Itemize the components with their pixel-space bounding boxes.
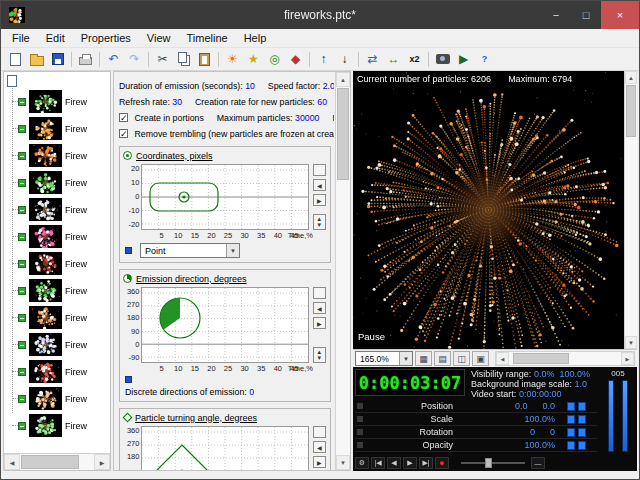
select-key-button[interactable]	[313, 164, 326, 176]
refresh-rate-value[interactable]: 30	[172, 97, 182, 107]
row-expand-icon[interactable]	[357, 416, 363, 422]
speed-factor-value[interactable]: 2.0	[323, 81, 334, 91]
prev-key-button[interactable]: ◀	[313, 441, 326, 453]
range-slider[interactable]	[622, 380, 628, 452]
scroll-right-icon[interactable]: ▶	[94, 454, 110, 470]
skip-start-button[interactable]: |◀	[371, 457, 385, 469]
row-expand-icon[interactable]	[357, 429, 363, 435]
turning-angle-plot[interactable]	[141, 426, 309, 470]
firework-list-item[interactable]: Firew	[4, 304, 110, 331]
group-title[interactable]: Particle turning angle, degrees	[135, 413, 257, 423]
scrollbar-track[interactable]	[336, 87, 350, 455]
timeline-row-position[interactable]: Position0.0 0.0	[355, 400, 597, 413]
tree-expand-icon[interactable]	[18, 206, 26, 214]
spark-button[interactable]: ★	[243, 49, 264, 69]
scrollbar-track[interactable]	[509, 352, 621, 365]
scroll-up-icon[interactable]: ▲	[625, 71, 637, 84]
firework-list-item[interactable]: Firew	[4, 142, 110, 169]
row-slider[interactable]	[578, 428, 586, 437]
collapse-button[interactable]: —	[531, 457, 545, 469]
tree-expand-icon[interactable]	[18, 341, 26, 349]
firework-list-item[interactable]: Firew	[4, 385, 110, 412]
tree-expand-icon[interactable]	[18, 368, 26, 376]
tree-root-node[interactable]	[4, 74, 110, 88]
new-button[interactable]	[5, 49, 26, 69]
play-button[interactable]: ▶	[403, 457, 417, 469]
scrollbar-track[interactable]	[20, 454, 94, 470]
scroll-up-icon[interactable]: ▲	[336, 72, 350, 87]
color-swatch[interactable]	[125, 247, 132, 254]
menu-item-help[interactable]: Help	[236, 30, 275, 46]
firework-thumbnail[interactable]	[29, 225, 62, 248]
preview-vertical-scrollbar[interactable]: ▲ ▼	[624, 71, 637, 349]
timeline-row-scale[interactable]: Scale100.0%	[355, 413, 597, 426]
firework-list-item[interactable]: Firew	[4, 169, 110, 196]
prev-key-button[interactable]: ◀	[313, 179, 326, 191]
menu-item-edit[interactable]: Edit	[38, 30, 73, 46]
help-button[interactable]: ?	[474, 49, 495, 69]
firework-thumbnail[interactable]	[29, 117, 62, 140]
playback-slider[interactable]	[461, 458, 525, 468]
creation-rate-value[interactable]: 60	[317, 97, 327, 107]
coordinates-plot[interactable]	[141, 164, 309, 230]
close-button[interactable]: ×	[601, 1, 639, 29]
cut-button[interactable]: ✂	[152, 49, 173, 69]
firework-list-item[interactable]: Firew	[4, 277, 110, 304]
group-title[interactable]: Coordinates, pixels	[136, 151, 213, 161]
minimize-button[interactable]: −	[541, 1, 571, 29]
firework-list-item[interactable]: Firew	[4, 196, 110, 223]
firework-thumbnail[interactable]	[29, 279, 62, 302]
save-button[interactable]	[47, 49, 68, 69]
list-horizontal-scrollbar[interactable]: ◀ ▶	[4, 453, 110, 470]
firework-list-item[interactable]: Firew	[4, 358, 110, 385]
timeline-row-rotation[interactable]: Rotation0 0	[355, 426, 597, 439]
parameters-scrollbar[interactable]: ▲ ▼	[335, 72, 350, 470]
tree-expand-icon[interactable]	[18, 287, 26, 295]
print-button[interactable]	[75, 49, 96, 69]
row-slider[interactable]	[567, 402, 575, 411]
firework-thumbnail[interactable]	[29, 198, 62, 221]
tree-expand-icon[interactable]	[18, 98, 26, 106]
firework-thumbnail[interactable]	[29, 252, 62, 275]
emission-direction-plot[interactable]	[141, 287, 309, 363]
row-slider[interactable]	[567, 428, 575, 437]
firework-thumbnail[interactable]	[29, 90, 62, 113]
group-title[interactable]: Emission direction, degrees	[136, 274, 247, 284]
timeline-row-opacity[interactable]: Opacity100.0%	[355, 439, 597, 452]
preview-canvas[interactable]	[353, 71, 624, 349]
create-in-portions-checkbox[interactable]	[119, 113, 128, 122]
value-spinner[interactable]: ▲▼	[313, 347, 326, 363]
scrollbar-thumb[interactable]	[21, 455, 79, 469]
select-key-button[interactable]	[313, 287, 326, 299]
firework-thumbnail[interactable]	[29, 387, 62, 410]
range-slider[interactable]	[608, 380, 614, 452]
magnet-button[interactable]: ◆	[285, 49, 306, 69]
menu-item-view[interactable]: View	[139, 30, 179, 46]
select-key-button[interactable]	[313, 426, 326, 438]
target-button[interactable]: ◎	[264, 49, 285, 69]
record-button[interactable]: ●	[435, 457, 449, 469]
tree-expand-icon[interactable]	[18, 152, 26, 160]
scroll-right-icon[interactable]: ▶	[621, 352, 634, 365]
remove-trembling-checkbox[interactable]	[119, 129, 128, 138]
mirror-button[interactable]: ↔	[383, 49, 404, 69]
firework-thumbnail[interactable]	[29, 360, 62, 383]
step-back-button[interactable]: ◀	[387, 457, 401, 469]
color-swatch[interactable]	[125, 376, 132, 383]
row-slider[interactable]	[578, 441, 586, 450]
scrollbar-track[interactable]	[625, 84, 637, 336]
preview-horizontal-scrollbar[interactable]: ◀ ▶	[495, 351, 635, 366]
scroll-down-icon[interactable]: ▼	[336, 455, 350, 470]
menu-item-file[interactable]: File	[4, 30, 38, 46]
scroll-down-icon[interactable]: ▼	[625, 336, 637, 349]
grid-toggle-button[interactable]: ▣	[472, 351, 489, 366]
paste-button[interactable]	[194, 49, 215, 69]
move-down-button[interactable]: ↓	[334, 49, 355, 69]
menu-item-timeline[interactable]: Timeline	[179, 30, 236, 46]
tree-expand-icon[interactable]	[18, 179, 26, 187]
zoom-dropdown[interactable]: 165.0% ▼	[355, 351, 413, 366]
camera-button[interactable]	[432, 49, 453, 69]
tree-expand-icon[interactable]	[18, 260, 26, 268]
scrollbar-thumb[interactable]	[626, 85, 636, 137]
next-key-button[interactable]: ▶	[313, 317, 326, 329]
